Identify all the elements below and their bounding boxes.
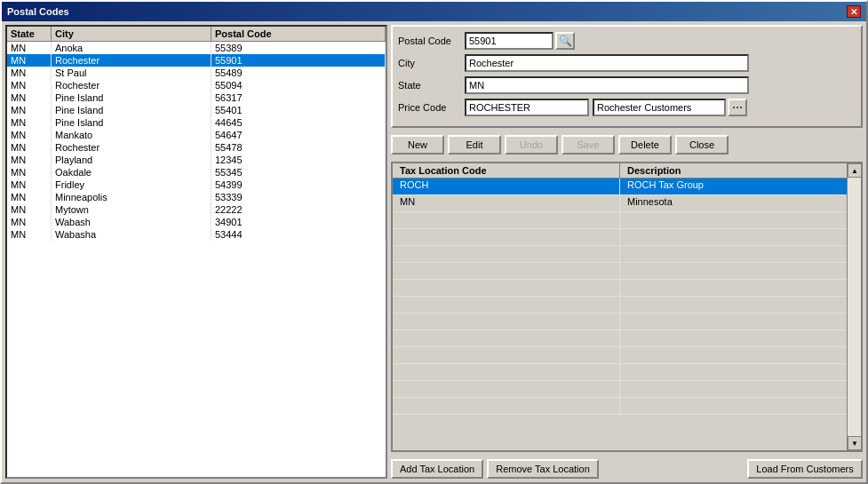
list-cell-state: MN xyxy=(7,91,52,104)
tax-row-empty xyxy=(393,229,847,246)
list-item[interactable]: MN Rochester 55901 xyxy=(7,54,386,67)
tax-scroll-down[interactable]: ▼ xyxy=(848,436,861,450)
window-close-button[interactable]: ✕ xyxy=(847,5,861,18)
list-item[interactable]: MN Rochester 55478 xyxy=(7,141,386,154)
list-cell-postal: 54399 xyxy=(211,179,386,191)
list-item[interactable]: MN Wabash 34901 xyxy=(7,216,386,228)
list-item[interactable]: MN Fridley 54399 xyxy=(7,179,386,191)
list-cell-postal: 54647 xyxy=(211,129,386,141)
scrollbar-track xyxy=(848,178,861,436)
city-row: City xyxy=(398,54,856,72)
tax-row-empty xyxy=(393,263,847,280)
price-code-input[interactable] xyxy=(465,99,589,116)
list-cell-city: St Paul xyxy=(52,67,211,79)
list-item[interactable]: MN Rochester 55094 xyxy=(7,79,386,91)
list-cell-city: Pine Island xyxy=(52,91,211,104)
tax-table-wrapper: Tax Location Code Description ROCH ROCH … xyxy=(393,163,861,450)
list-item[interactable]: MN Oakdale 55345 xyxy=(7,166,386,179)
window-title: Postal Codes xyxy=(7,6,69,17)
bottom-buttons: Add Tax Location Remove Tax Location Loa… xyxy=(391,456,863,479)
price-code-label: Price Code xyxy=(398,102,465,113)
list-cell-state: MN xyxy=(7,54,52,67)
list-cell-city: Rochester xyxy=(52,54,211,67)
postal-search-button[interactable]: 🔍 xyxy=(555,32,575,50)
list-cell-state: MN xyxy=(7,141,52,154)
tax-row-empty xyxy=(393,297,847,313)
list-cell-city: Wabasha xyxy=(52,228,211,241)
list-cell-state: MN xyxy=(7,154,52,166)
tax-scroll-area[interactable]: ROCH ROCH Tax Group MN Minnesota xyxy=(393,179,847,450)
list-cell-city: Playland xyxy=(52,154,211,166)
price-code-row: Price Code ⋯ xyxy=(398,99,856,116)
tax-row-empty xyxy=(393,381,847,398)
list-item[interactable]: MN Mytown 22222 xyxy=(7,203,386,216)
new-button[interactable]: New xyxy=(391,135,444,155)
col-header-city: City xyxy=(52,27,211,41)
price-name-input[interactable] xyxy=(593,99,726,116)
postal-code-input[interactable] xyxy=(465,32,553,50)
bottom-buttons-left: Add Tax Location Remove Tax Location xyxy=(391,459,599,479)
tax-row[interactable]: MN Minnesota xyxy=(393,195,847,212)
undo-button[interactable]: Undo xyxy=(505,135,558,155)
price-search-button[interactable]: ⋯ xyxy=(728,99,747,116)
list-item[interactable]: MN Pine Island 56317 xyxy=(7,91,386,104)
tax-row-empty xyxy=(393,398,847,415)
tax-row-empty xyxy=(393,313,847,330)
list-cell-state: MN xyxy=(7,42,52,54)
list-cell-state: MN xyxy=(7,166,52,179)
list-cell-city: Pine Island xyxy=(52,116,211,129)
tax-row-empty xyxy=(393,246,847,263)
list-cell-postal: 55478 xyxy=(211,141,386,154)
postal-code-row: Postal Code 🔍 xyxy=(398,32,856,50)
list-cell-state: MN xyxy=(7,179,52,191)
right-panel: Postal Code 🔍 City State Price Code ⋯ xyxy=(391,25,863,479)
close-button[interactable]: Close xyxy=(675,135,729,155)
list-cell-city: Wabash xyxy=(52,216,211,228)
tax-scrollbar: ▲ ▼ xyxy=(847,163,861,450)
list-cell-state: MN xyxy=(7,79,52,91)
list-cell-city: Fridley xyxy=(52,179,211,191)
tax-row-empty xyxy=(393,347,847,364)
list-cell-postal: 53339 xyxy=(211,191,386,203)
city-input[interactable] xyxy=(465,54,749,72)
edit-button[interactable]: Edit xyxy=(448,135,501,155)
list-item[interactable]: MN Pine Island 44645 xyxy=(7,116,386,129)
tax-row[interactable]: ROCH ROCH Tax Group xyxy=(393,179,847,195)
state-row: State xyxy=(398,76,856,94)
city-label: City xyxy=(398,58,465,68)
tax-cell-desc: Minnesota xyxy=(620,195,847,211)
list-cell-postal: 53444 xyxy=(211,228,386,241)
list-scroll-area[interactable]: MN Anoka 55389 MN Rochester 55901 MN St … xyxy=(7,42,386,477)
delete-button[interactable]: Delete xyxy=(618,135,672,155)
list-item[interactable]: MN Mankato 54647 xyxy=(7,129,386,141)
main-window: Postal Codes ✕ State City Postal Code MN… xyxy=(0,0,868,484)
list-cell-state: MN xyxy=(7,129,52,141)
tax-col-header-desc: Description xyxy=(620,163,847,178)
list-cell-postal: 55094 xyxy=(211,79,386,91)
list-item[interactable]: MN Anoka 55389 xyxy=(7,42,386,54)
list-item[interactable]: MN Minneapolis 53339 xyxy=(7,191,386,203)
list-item[interactable]: MN St Paul 55489 xyxy=(7,67,386,79)
tax-row-empty xyxy=(393,212,847,229)
list-cell-postal: 12345 xyxy=(211,154,386,166)
tax-row-empty xyxy=(393,330,847,347)
list-item[interactable]: MN Wabasha 53444 xyxy=(7,228,386,241)
list-cell-state: MN xyxy=(7,191,52,203)
remove-tax-location-button[interactable]: Remove Tax Location xyxy=(487,459,599,479)
list-cell-postal: 55401 xyxy=(211,104,386,116)
tax-col-header-code: Tax Location Code xyxy=(393,163,620,178)
list-cell-city: Mankato xyxy=(52,129,211,141)
tax-scroll-up[interactable]: ▲ xyxy=(848,163,861,178)
list-item[interactable]: MN Pine Island 55401 xyxy=(7,104,386,116)
list-cell-city: Mytown xyxy=(52,203,211,216)
list-cell-postal: 56317 xyxy=(211,91,386,104)
list-cell-city: Rochester xyxy=(52,79,211,91)
list-cell-postal: 55489 xyxy=(211,67,386,79)
save-button[interactable]: Save xyxy=(561,135,615,155)
state-input[interactable] xyxy=(465,76,749,94)
title-bar: Postal Codes ✕ xyxy=(2,2,866,21)
add-tax-location-button[interactable]: Add Tax Location xyxy=(391,459,483,479)
load-from-customers-button[interactable]: Load From Customers xyxy=(747,459,863,479)
list-item[interactable]: MN Playland 12345 xyxy=(7,154,386,166)
tax-row-empty xyxy=(393,364,847,381)
